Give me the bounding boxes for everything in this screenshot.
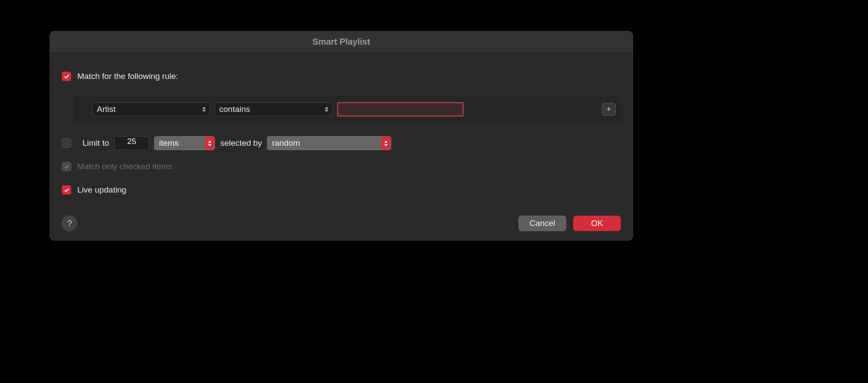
smart-playlist-dialog: Smart Playlist Match for the following r…	[50, 31, 633, 241]
live-updating-checkbox[interactable]	[62, 185, 71, 195]
rule-field-value: Artist	[97, 105, 116, 114]
limit-selected-by-value: random	[272, 138, 300, 148]
match-checked-items-label: Match only checked items	[77, 162, 172, 171]
match-checked-items-checkbox	[62, 162, 71, 171]
dialog-footer: ? Cancel OK	[62, 216, 621, 231]
rule-operator-select[interactable]: contains	[215, 102, 333, 116]
ok-button[interactable]: OK	[573, 216, 621, 231]
limit-unit-select[interactable]: items	[154, 136, 215, 150]
match-rule-label: Match for the following rule:	[77, 72, 178, 81]
limit-unit-value: items	[159, 138, 178, 148]
help-button[interactable]: ?	[62, 216, 77, 231]
updown-icon	[201, 105, 207, 114]
match-checked-items-row: Match only checked items	[62, 159, 621, 174]
live-updating-row: Live updating	[62, 182, 621, 198]
rule-operator-value: contains	[219, 105, 250, 114]
match-rule-checkbox[interactable]	[62, 72, 71, 81]
limit-selected-by-label: selected by	[220, 138, 262, 148]
rule-row: Artist contains +	[75, 96, 621, 122]
rule-value-input[interactable]	[337, 102, 464, 117]
match-rule-row: Match for the following rule:	[62, 69, 621, 84]
cancel-button[interactable]: Cancel	[518, 216, 566, 231]
add-rule-button[interactable]: +	[602, 103, 616, 116]
rule-field-select[interactable]: Artist	[92, 102, 210, 116]
dialog-title: Smart Playlist	[50, 31, 633, 53]
limit-selected-by-select[interactable]: random	[267, 136, 391, 150]
limit-count-input[interactable]: 25	[114, 136, 149, 150]
updown-icon	[205, 137, 215, 150]
live-updating-label: Live updating	[77, 185, 126, 195]
plus-icon: +	[606, 105, 611, 114]
limit-checkbox[interactable]	[62, 138, 71, 148]
help-icon: ?	[67, 219, 72, 229]
dialog-content: Match for the following rule: Artist con…	[50, 53, 633, 241]
limit-row: Limit to 25 items selected by random	[62, 135, 621, 151]
limit-label: Limit to	[83, 138, 109, 148]
updown-icon	[323, 105, 330, 114]
updown-icon	[381, 137, 391, 150]
